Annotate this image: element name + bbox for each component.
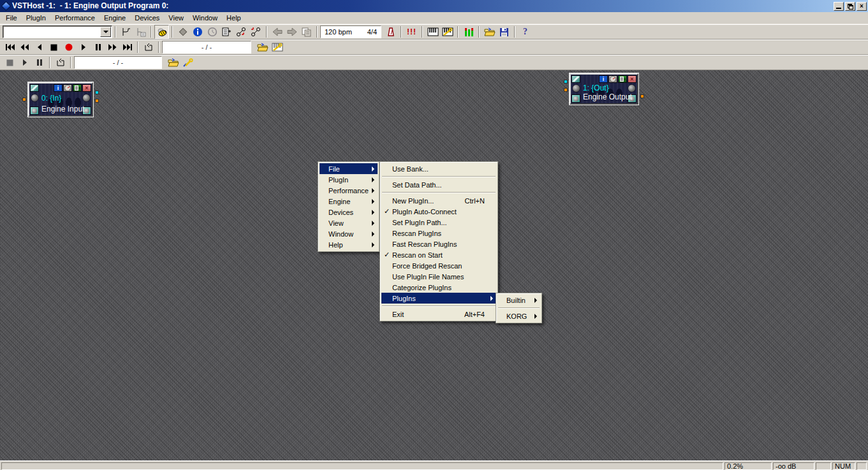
port-midi-out[interactable] [95, 99, 99, 103]
keyboard-setup-button[interactable] [440, 25, 455, 39]
player-play-button[interactable] [17, 55, 32, 70]
menu-help[interactable]: Help [222, 13, 246, 23]
metronome-button[interactable] [383, 25, 398, 39]
menu-item-categorize-plugins[interactable]: Categorize PlugIns [381, 282, 496, 293]
menu-item-rescan-on-start[interactable]: ✓Rescan on Start [381, 249, 496, 260]
pause-button[interactable] [91, 40, 105, 54]
keyboard-button[interactable] [425, 25, 440, 39]
timer-button[interactable] [205, 25, 219, 39]
play-button[interactable] [76, 40, 91, 54]
panic-button[interactable]: !!! [404, 25, 419, 39]
skip-start-button[interactable] [3, 40, 17, 54]
menu-item-set-data-path[interactable]: Set Data Path... [381, 179, 496, 190]
player-stop-button[interactable] [3, 55, 17, 70]
menu-item-plugin-auto-connect[interactable]: ✓PlugIn Auto-Connect [381, 206, 496, 217]
plugin-cell-engine-input[interactable]: i × 0: {In} Engine Input [27, 82, 94, 117]
menu-item-korg[interactable]: KORG [497, 311, 540, 321]
patchbay-in-button[interactable] [234, 25, 249, 39]
open-performance-button[interactable] [482, 25, 497, 39]
forward-button[interactable] [284, 25, 299, 39]
rewind-button[interactable] [17, 40, 32, 54]
menu-item-set-plugin-path[interactable]: Set PlugIn Path... [381, 217, 496, 228]
plugin-program-button[interactable] [618, 75, 627, 83]
menu-engine[interactable]: Engine [99, 13, 130, 23]
player-pause-button[interactable] [32, 55, 47, 70]
port-audio-in[interactable] [564, 80, 568, 84]
menu-item-force-bridged-rescan[interactable]: Force Bridged Rescan [381, 260, 496, 271]
cpu-usage-cell: 0.2% [725, 462, 772, 470]
chain-input-button[interactable] [119, 25, 133, 39]
plugin-cell-engine-output[interactable]: i × 1: {Out} Engine Output [569, 73, 639, 105]
close-button[interactable]: × [857, 2, 867, 11]
output-knob-left[interactable] [572, 84, 580, 92]
combo-dropdown-button[interactable] [100, 27, 111, 37]
context-menu-item-view[interactable]: View [320, 217, 378, 228]
restore-button[interactable] [845, 2, 855, 11]
menu-performance[interactable]: Performance [50, 13, 99, 23]
plugin-gauge-button[interactable] [63, 84, 72, 92]
context-menu-item-devices[interactable]: Devices [320, 207, 378, 217]
plug-icon[interactable] [30, 84, 39, 92]
plug-icon[interactable] [571, 75, 580, 83]
minimize-button[interactable] [834, 2, 844, 11]
transport-loop-button[interactable] [141, 40, 156, 54]
performance-combobox[interactable] [3, 26, 112, 38]
player-setup-button[interactable] [180, 55, 195, 70]
plugin-program-button[interactable] [73, 84, 82, 92]
context-menu-item-engine[interactable]: Engine [320, 196, 378, 207]
port-midi-in[interactable] [22, 98, 26, 101]
speaker-icon[interactable] [30, 106, 39, 115]
help-button[interactable]: ? [518, 25, 533, 39]
context-menu-item-help[interactable]: Help [320, 239, 378, 250]
player-loop-button[interactable] [53, 55, 68, 70]
menu-item-new-plugin[interactable]: New PlugIn...Ctrl+N [381, 195, 496, 206]
diamond-button[interactable] [175, 25, 190, 39]
program-list-button[interactable] [219, 25, 234, 39]
context-menu-item-plugin[interactable]: PlugIn [320, 174, 378, 185]
menu-file[interactable]: File [1, 13, 22, 23]
menu-plugin[interactable]: PlugIn [22, 13, 50, 23]
output-knob-right[interactable] [628, 84, 636, 92]
copy-layout-button[interactable] [299, 25, 314, 39]
stop-button[interactable] [47, 40, 61, 54]
menu-view[interactable]: View [164, 13, 188, 23]
step-forward-button[interactable] [105, 40, 120, 54]
input-knob-right[interactable] [82, 94, 91, 102]
patchbay-out-button[interactable] [249, 25, 263, 39]
menu-item-plugins[interactable]: PlugIns [381, 293, 496, 304]
menu-item-exit[interactable]: ExitAlt+F4 [381, 309, 496, 319]
engine-levels-button[interactable] [461, 25, 476, 39]
context-menu-item-file[interactable]: File [320, 163, 378, 174]
plugin-close-button[interactable]: × [628, 75, 636, 83]
step-back-button[interactable] [32, 40, 47, 54]
record-button[interactable] [61, 40, 76, 54]
transport-open-button[interactable] [255, 40, 270, 54]
menu-item-fast-rescan-plugins[interactable]: Fast Rescan PlugIns [381, 239, 496, 249]
plugin-close-button[interactable]: × [82, 84, 91, 92]
menu-item-use-bank[interactable]: Use Bank... [381, 163, 496, 174]
port-audio-out[interactable] [95, 91, 99, 94]
plugin-info-button[interactable]: i [599, 75, 608, 83]
context-menu-item-window[interactable]: Window [320, 228, 378, 239]
info-button[interactable] [190, 25, 205, 39]
transport-setup-button[interactable] [270, 40, 284, 54]
back-button[interactable] [270, 25, 284, 39]
chain-output-button[interactable] [133, 25, 148, 39]
plugin-info-button[interactable]: i [54, 84, 63, 92]
menu-item-builtin[interactable]: Builtin [497, 295, 540, 305]
input-knob-left[interactable] [31, 94, 39, 102]
menu-devices[interactable]: Devices [130, 13, 164, 23]
port-midi-in[interactable] [564, 88, 568, 92]
menu-item-rescan-plugins[interactable]: Rescan PlugIns [381, 228, 496, 239]
context-menu-item-performance[interactable]: Performance [320, 185, 378, 196]
port-midi-out[interactable] [640, 94, 644, 98]
save-button[interactable] [497, 25, 511, 39]
menu-item-use-plugin-file-names[interactable]: Use PlugIn File Names [381, 271, 496, 282]
player-open-button[interactable] [166, 55, 180, 70]
clock-icon [207, 27, 217, 37]
skip-end-button[interactable] [120, 40, 135, 54]
plugin-gauge-button[interactable] [608, 75, 617, 83]
wasp-toggle-button[interactable] [154, 25, 169, 39]
menu-window[interactable]: Window [188, 13, 222, 23]
speaker-icon[interactable] [571, 94, 580, 103]
